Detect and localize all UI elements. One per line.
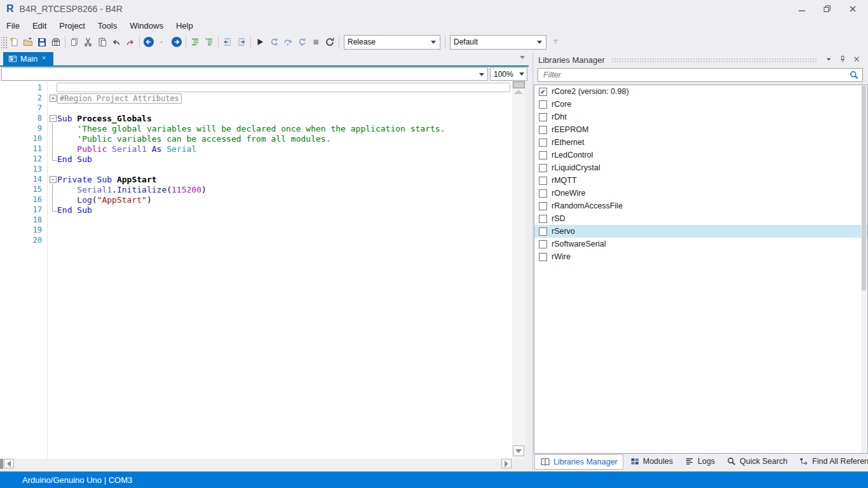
menu-help[interactable]: Help <box>170 19 200 32</box>
library-item[interactable]: rEEPROM <box>534 123 867 136</box>
code-text[interactable]: End Sub <box>57 205 92 215</box>
open-project-icon[interactable] <box>21 35 35 49</box>
library-item[interactable]: rOneWire <box>534 187 867 200</box>
toolbar-overflow-icon[interactable] <box>549 35 563 49</box>
build-configuration-combo[interactable]: Release <box>344 35 440 50</box>
zoom-combo[interactable]: 100% <box>490 67 527 81</box>
back-icon[interactable] <box>142 35 156 49</box>
code-text[interactable]: End Sub <box>57 154 92 164</box>
code-text[interactable]: #Region Project Attributes <box>57 93 182 103</box>
forward-icon[interactable] <box>170 35 184 49</box>
library-item[interactable]: rCore <box>534 98 867 111</box>
menu-tools[interactable]: Tools <box>92 19 123 32</box>
scroll-up-arrow-icon[interactable] <box>514 90 523 94</box>
library-item[interactable]: rLiquidCrystal <box>534 161 867 174</box>
library-checkbox[interactable] <box>539 215 547 223</box>
library-item[interactable]: rSoftwareSerial <box>534 238 867 250</box>
back-dropdown-icon[interactable] <box>156 35 170 49</box>
library-checkbox[interactable]: ✔ <box>539 88 547 96</box>
resume-icon[interactable] <box>267 35 281 49</box>
library-item[interactable]: rRandomAccessFile <box>534 200 867 212</box>
conditional-symbols-combo[interactable]: Default <box>450 35 546 50</box>
panel-close-icon[interactable] <box>851 54 863 65</box>
scroll-down-button[interactable] <box>513 445 524 456</box>
bottom-tab-modules[interactable]: Modules <box>625 454 678 468</box>
indent-icon[interactable] <box>234 35 248 49</box>
library-item[interactable]: rEthernet <box>534 136 867 149</box>
filter-box[interactable] <box>538 68 863 82</box>
paste-icon[interactable] <box>95 35 109 49</box>
library-item[interactable]: rServo <box>534 225 867 238</box>
libraries-list[interactable]: ✔rCore2 (version: 0.98)rCorerDhtrEEPROMr… <box>534 85 868 454</box>
library-checkbox[interactable] <box>539 240 547 248</box>
code-text[interactable]: Serial1.Initialize(115200) <box>57 185 207 194</box>
fold-collapse-icon[interactable]: − <box>50 176 57 183</box>
list-scrollbar[interactable] <box>861 86 867 454</box>
stop-icon[interactable] <box>309 35 323 49</box>
rebuild-icon[interactable] <box>323 35 337 49</box>
panel-menu-icon[interactable] <box>824 54 835 65</box>
bottom-tab-logs[interactable]: Logs <box>679 454 720 468</box>
cut-icon[interactable] <box>81 35 95 49</box>
tab-close-icon[interactable] <box>42 56 48 62</box>
library-item[interactable]: ✔rCore2 (version: 0.98) <box>534 85 867 98</box>
library-checkbox[interactable] <box>539 202 547 210</box>
library-checkbox[interactable] <box>539 100 547 109</box>
close-button[interactable] <box>840 0 865 18</box>
code-editor[interactable]: 12+#Region Project Attributes78−Sub Proc… <box>0 81 525 459</box>
fold-collapse-icon[interactable]: − <box>50 115 57 122</box>
scroll-left-button[interactable] <box>4 459 14 468</box>
library-checkbox[interactable] <box>539 189 547 198</box>
save-icon[interactable] <box>35 35 49 49</box>
restore-button[interactable] <box>815 0 840 18</box>
uncomment-icon[interactable] <box>202 35 216 49</box>
code-text[interactable]: Private Sub AppStart <box>57 175 157 184</box>
step-over-icon[interactable] <box>281 35 295 49</box>
new-file-icon[interactable] <box>7 35 21 49</box>
bottom-tab-libraries-manager[interactable]: Libraries Manager <box>534 454 623 470</box>
library-checkbox[interactable] <box>539 113 547 121</box>
menu-edit[interactable]: Edit <box>26 19 53 32</box>
menu-windows[interactable]: Windows <box>123 19 170 32</box>
library-checkbox[interactable] <box>539 227 547 236</box>
library-item[interactable]: rMQTT <box>534 174 867 187</box>
undo-icon[interactable] <box>109 35 123 49</box>
toolbar-grip[interactable] <box>1 36 7 48</box>
library-checkbox[interactable] <box>539 151 547 159</box>
library-item[interactable]: rSD <box>534 212 867 225</box>
code-text[interactable]: Sub Process_Globals <box>57 114 152 123</box>
library-checkbox[interactable] <box>539 139 547 147</box>
list-scrollbar-thumb[interactable] <box>862 86 866 290</box>
run-icon[interactable] <box>253 35 267 49</box>
outdent-icon[interactable] <box>220 35 234 49</box>
filter-input[interactable] <box>542 70 849 80</box>
symbol-combo[interactable] <box>1 67 488 81</box>
library-checkbox[interactable] <box>539 126 547 134</box>
library-checkbox[interactable] <box>539 177 547 185</box>
editor-horizontal-scrollbar[interactable] <box>0 459 512 469</box>
export-icon[interactable] <box>49 35 63 49</box>
scrollbar-grip[interactable] <box>0 459 3 469</box>
tab-list-dropdown-icon[interactable] <box>520 56 525 59</box>
library-item[interactable]: rDht <box>534 111 867 123</box>
menu-file[interactable]: File <box>0 19 26 32</box>
code-text[interactable]: 'These global variables will be declared… <box>57 124 445 133</box>
copy-icon[interactable] <box>67 35 81 49</box>
library-checkbox[interactable] <box>539 164 547 172</box>
comment-icon[interactable] <box>188 35 202 49</box>
tab-main[interactable]: Main <box>3 52 53 65</box>
code-text[interactable]: Log("AppStart") <box>57 195 152 205</box>
code-text[interactable]: 'Public variables can be accessed from a… <box>57 134 330 144</box>
bottom-tab-find-all-references-f7-[interactable]: Find All References (F7) <box>794 454 868 468</box>
splitter-grip[interactable] <box>513 81 525 88</box>
redo-icon[interactable] <box>123 35 137 49</box>
menu-project[interactable]: Project <box>53 19 91 32</box>
library-checkbox[interactable] <box>539 253 547 261</box>
minimize-button[interactable] <box>789 0 815 18</box>
fold-expand-icon[interactable]: + <box>50 95 57 102</box>
library-item[interactable]: rWire <box>534 250 867 263</box>
step-into-icon[interactable] <box>295 35 309 49</box>
code-text[interactable]: Public Serial1 As Serial <box>57 144 196 154</box>
pin-icon[interactable] <box>837 54 849 65</box>
editor-vertical-scrollbar[interactable] <box>512 81 525 459</box>
